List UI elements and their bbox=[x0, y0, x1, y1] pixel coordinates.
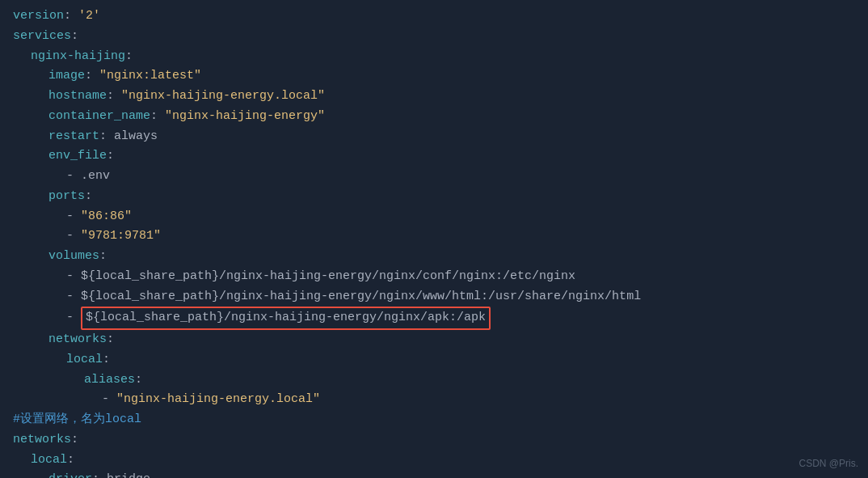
code-line: services: bbox=[13, 27, 855, 47]
code-line: - ${local_share_path}/nginx-haijing-ener… bbox=[13, 267, 855, 287]
code-line: - ${local_share_path}/nginx-haijing-ener… bbox=[13, 287, 855, 307]
code-line: networks: bbox=[13, 330, 855, 350]
code-line: - "nginx-haijing-energy.local" bbox=[13, 390, 855, 410]
code-line: - "86:86" bbox=[13, 207, 855, 227]
code-line: aliases: bbox=[13, 370, 855, 391]
code-editor: version: '2'services:nginx-haijing:image… bbox=[0, 0, 868, 478]
code-line: local: bbox=[13, 350, 855, 370]
code-line: container_name: "nginx-haijing-energy" bbox=[13, 107, 855, 127]
code-line: env_file: bbox=[13, 146, 855, 167]
code-line: version: '2' bbox=[13, 6, 855, 27]
highlighted-line: - ${local_share_path}/nginx-haijing-ener… bbox=[13, 307, 855, 330]
code-line: - .env bbox=[13, 167, 855, 187]
watermark: CSDN @Pris. bbox=[798, 456, 858, 472]
code-line: local: bbox=[13, 451, 855, 471]
code-line: #设置网络，名为local bbox=[13, 410, 855, 430]
code-line: hostname: "nginx-haijing-energy.local" bbox=[13, 87, 855, 107]
code-line: restart: always bbox=[13, 127, 855, 147]
code-line: driver: bridge bbox=[13, 470, 855, 478]
code-line: - "9781:9781" bbox=[13, 226, 855, 247]
code-line: networks: bbox=[13, 430, 855, 451]
code-content: version: '2'services:nginx-haijing:image… bbox=[13, 6, 855, 478]
code-line: image: "nginx:latest" bbox=[13, 66, 855, 87]
code-line: ports: bbox=[13, 187, 855, 207]
code-line: nginx-haijing: bbox=[13, 47, 855, 67]
code-line: volumes: bbox=[13, 247, 855, 267]
